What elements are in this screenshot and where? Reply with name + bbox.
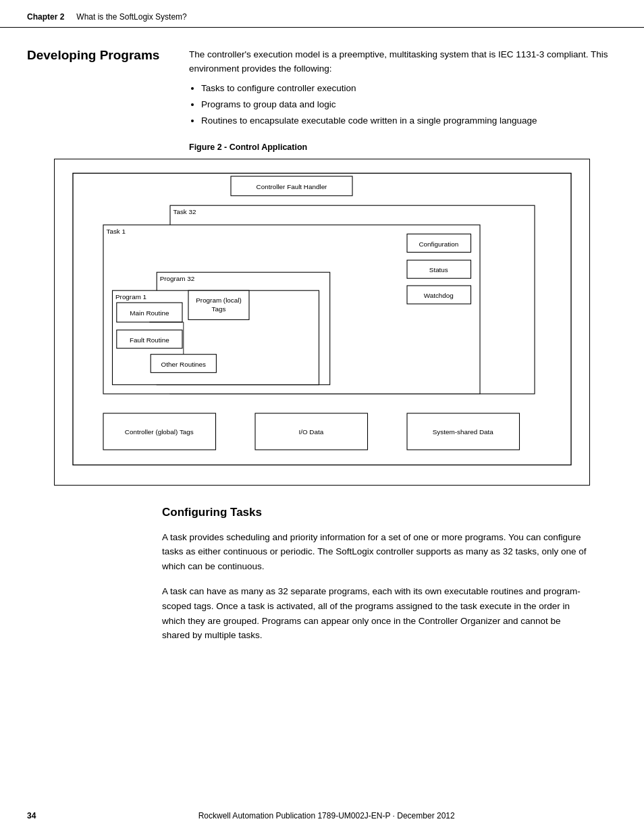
section-intro: The controller's execution model is a pr… bbox=[189, 48, 617, 76]
page-footer: 34 Rockwell Automation Publication 1789-… bbox=[0, 811, 644, 820]
control-application-diagram: Controller Fault Handler Task 32 Task 1 … bbox=[54, 159, 590, 486]
program1-label: Program 1 bbox=[115, 292, 147, 300]
configuring-tasks-para2: A task can have as many as 32 separate p… bbox=[162, 584, 590, 642]
controller-fault-handler-label: Controller Fault Handler bbox=[257, 183, 328, 190]
developing-programs-section: Developing Programs The controller's exe… bbox=[27, 48, 617, 130]
system-shared-data-label: System-shared Data bbox=[433, 427, 494, 435]
io-data-label: I/O Data bbox=[298, 427, 323, 435]
configuring-tasks-para1: A task provides scheduling and priority … bbox=[162, 530, 590, 574]
status-label: Status bbox=[429, 266, 448, 273]
configuring-tasks-heading: Configuring Tasks bbox=[162, 506, 590, 519]
program-local-tags-label-1: Program (local) bbox=[196, 296, 242, 304]
page: Chapter 2 What is the SoftLogix System? … bbox=[0, 0, 644, 834]
section-bullets: Tasks to configure controller execution … bbox=[201, 82, 617, 128]
configuration-label: Configuration bbox=[419, 240, 458, 247]
task32-label: Task 32 bbox=[173, 207, 196, 215]
watchdog-label: Watchdog bbox=[424, 292, 454, 299]
controller-global-tags-label: Controller (global) Tags bbox=[125, 427, 194, 435]
section-body: The controller's execution model is a pr… bbox=[189, 48, 617, 130]
configuring-tasks-section: Configuring Tasks A task provides schedu… bbox=[162, 506, 590, 643]
bullet-1: Tasks to configure controller execution bbox=[201, 82, 617, 96]
program32-label: Program 32 bbox=[160, 274, 195, 282]
bullet-3: Routines to encapsulate executable code … bbox=[201, 114, 617, 128]
program-local-tags-label-2: Tags bbox=[212, 305, 226, 312]
page-content: Developing Programs The controller's exe… bbox=[0, 28, 644, 681]
section-heading: Developing Programs bbox=[27, 48, 189, 63]
fault-routine-label: Fault Routine bbox=[130, 336, 169, 343]
bullet-2: Programs to group data and logic bbox=[201, 98, 617, 112]
footer-publication: Rockwell Automation Publication 1789-UM0… bbox=[36, 811, 617, 820]
figure-label: Figure 2 - Control Application bbox=[189, 142, 617, 152]
page-header: Chapter 2 What is the SoftLogix System? bbox=[0, 0, 644, 28]
chapter-label: Chapter 2 bbox=[27, 12, 64, 22]
main-routine-label: Main Routine bbox=[130, 309, 169, 317]
chapter-title: What is the SoftLogix System? bbox=[76, 12, 186, 22]
footer-page-number: 34 bbox=[27, 811, 36, 820]
diagram-svg: Controller Fault Handler Task 32 Task 1 … bbox=[67, 170, 577, 474]
other-routines-label: Other Routines bbox=[161, 360, 206, 367]
task1-label: Task 1 bbox=[107, 227, 126, 234]
